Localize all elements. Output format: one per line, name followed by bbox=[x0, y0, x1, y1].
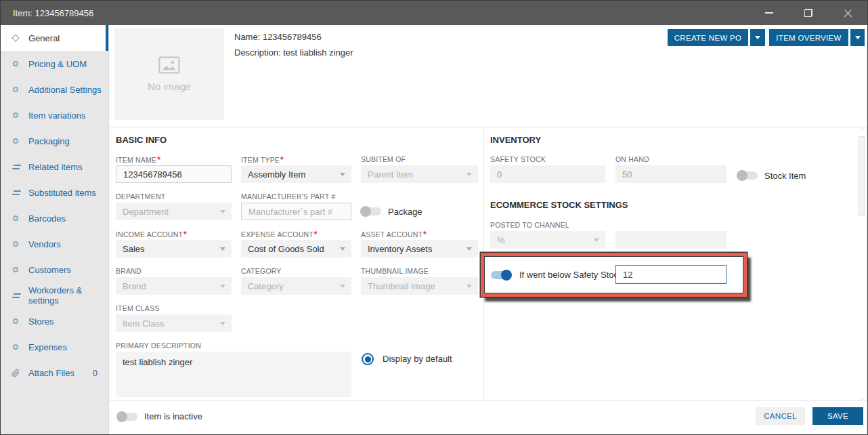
posted-to-channel-dropdown: % bbox=[490, 231, 605, 249]
sidebar-item-packaging[interactable]: Packaging bbox=[1, 128, 108, 154]
create-new-po-dropdown-button[interactable] bbox=[750, 29, 765, 46]
sidebar-item-barcodes[interactable]: Barcodes bbox=[1, 205, 108, 231]
attach-files-count: 0 bbox=[93, 368, 97, 378]
display-by-default-label: Display by default bbox=[383, 354, 452, 364]
primary-description-textarea[interactable]: test liablish zinger bbox=[116, 352, 351, 397]
circle-icon bbox=[11, 318, 20, 324]
chevron-down-icon bbox=[466, 285, 472, 288]
package-toggle[interactable] bbox=[361, 207, 381, 215]
save-button[interactable]: SAVE bbox=[812, 407, 863, 425]
display-by-default-radio[interactable] bbox=[362, 353, 374, 365]
item-description-line: Description: test liablish zinger bbox=[234, 47, 353, 58]
sidebar-item-expenses[interactable]: Expenses bbox=[1, 334, 108, 360]
expense-account-label: EXPENSE ACCOUNT* bbox=[241, 230, 318, 239]
safety-stock-label: SAFETY STOCK bbox=[490, 155, 546, 163]
inventory-title: INVENTORY bbox=[490, 135, 541, 145]
item-inactive-toggle[interactable] bbox=[117, 413, 137, 421]
expense-account-dropdown[interactable]: Cost of Goods Sold bbox=[241, 240, 351, 257]
income-account-dropdown[interactable]: Sales bbox=[116, 240, 232, 257]
brand-label: BRAND bbox=[116, 267, 142, 275]
sidebar-item-related-items[interactable]: Related items bbox=[1, 154, 108, 180]
sidebar-item-vendors[interactable]: Vendors bbox=[1, 231, 108, 257]
stock-item-toggle[interactable] bbox=[737, 171, 758, 180]
thumbnail-image-dropdown: Thumbnail image bbox=[361, 277, 478, 295]
item-overview-button[interactable]: ITEM OVERVIEW bbox=[769, 29, 848, 46]
circle-icon bbox=[11, 241, 20, 247]
sidebar-item-label: Barcodes bbox=[28, 213, 66, 224]
safety-stock-input bbox=[490, 165, 605, 183]
item-overview-dropdown-button[interactable] bbox=[850, 29, 865, 46]
restore-button[interactable] bbox=[789, 1, 828, 25]
footer-bar: Item is inactive CANCEL SAVE bbox=[109, 400, 867, 434]
category-label: CATEGORY bbox=[241, 267, 282, 275]
required-marker: * bbox=[280, 155, 284, 165]
sidebar-item-label: Workorders & settings bbox=[28, 285, 108, 306]
sidebar-item-label: Item variations bbox=[28, 110, 86, 121]
sidebar-item-attach-files[interactable]: Attach Files 0 bbox=[1, 360, 108, 386]
scroll-up-icon[interactable]: ⌃ bbox=[859, 128, 865, 133]
chevron-down-icon bbox=[220, 247, 225, 251]
diamond-icon bbox=[11, 35, 20, 41]
department-dropdown: Department bbox=[116, 203, 232, 220]
toggle-knob bbox=[737, 170, 747, 181]
manufacturers-part-input[interactable] bbox=[241, 203, 351, 220]
app-window: Item: 123456789456 General Pricing & UOM… bbox=[0, 0, 868, 435]
item-name-input[interactable] bbox=[116, 165, 232, 183]
chevron-down-icon bbox=[755, 36, 760, 39]
equals-icon bbox=[11, 293, 20, 298]
sidebar-item-workorders-settings[interactable]: Workorders & settings bbox=[1, 283, 108, 308]
sidebar-item-stores[interactable]: Stores bbox=[1, 308, 108, 334]
circle-icon bbox=[11, 344, 20, 350]
manufacturers-part-label: MANUFACTURER'S PART # bbox=[241, 192, 335, 201]
circle-icon bbox=[11, 61, 20, 66]
item-type-dropdown[interactable]: Assembly Item bbox=[241, 165, 351, 183]
item-class-label: ITEM CLASS bbox=[116, 304, 159, 312]
paperclip-icon bbox=[11, 368, 20, 378]
circle-icon bbox=[11, 138, 20, 144]
sidebar-item-label: Substituted items bbox=[28, 188, 96, 198]
header-divider bbox=[109, 127, 867, 127]
item-inactive-label: Item is inactive bbox=[144, 411, 202, 421]
chevron-down-icon bbox=[220, 322, 225, 325]
thumbnail-image-label: THUMBNAIL IMAGE bbox=[361, 267, 429, 275]
below-safety-stock-toggle[interactable] bbox=[491, 271, 511, 279]
sidebar-item-general[interactable]: General bbox=[1, 25, 108, 51]
below-safety-stock-input[interactable] bbox=[615, 265, 726, 284]
chevron-down-icon bbox=[466, 247, 472, 251]
circle-icon bbox=[11, 87, 20, 92]
subitem-of-dropdown: Parent Item bbox=[361, 165, 478, 183]
item-class-dropdown: Item Class bbox=[116, 314, 232, 332]
main-panel: No image Name: 123456789456 Description:… bbox=[109, 25, 867, 434]
scrollbar-thumb[interactable] bbox=[859, 136, 865, 216]
chevron-down-icon bbox=[340, 247, 345, 251]
close-button[interactable] bbox=[828, 1, 867, 25]
sidebar-item-additional-settings[interactable]: Additional Settings bbox=[1, 77, 108, 102]
sidebar-item-label: Additional Settings bbox=[28, 85, 102, 95]
titlebar: Item: 123456789456 bbox=[1, 1, 867, 25]
right-scrollbar[interactable]: ⌃ ⌄ bbox=[858, 128, 866, 400]
scroll-down-icon[interactable]: ⌄ bbox=[859, 395, 865, 400]
sidebar-item-item-variations[interactable]: Item variations bbox=[1, 102, 108, 128]
highlight-annotation-box: If went below Safety Stock bbox=[481, 253, 747, 297]
income-account-label: INCOME ACCOUNT* bbox=[116, 230, 187, 239]
item-type-label: ITEM TYPE* bbox=[241, 155, 284, 165]
cancel-button[interactable]: CANCEL bbox=[756, 407, 805, 425]
asset-account-dropdown[interactable]: Inventory Assets bbox=[361, 240, 478, 257]
sidebar-item-substituted-items[interactable]: Substituted items bbox=[1, 180, 108, 205]
minimize-button[interactable] bbox=[750, 1, 789, 25]
sidebar-item-pricing-uom[interactable]: Pricing & UOM bbox=[1, 51, 108, 77]
item-image-placeholder[interactable]: No image bbox=[114, 28, 224, 120]
toggle-knob bbox=[501, 270, 512, 281]
circle-icon bbox=[11, 267, 20, 272]
window-title: Item: 123456789456 bbox=[13, 8, 93, 18]
category-dropdown: Category bbox=[241, 277, 351, 295]
chevron-down-icon bbox=[594, 239, 599, 242]
sidebar-item-customers[interactable]: Customers bbox=[1, 257, 108, 283]
brand-dropdown: Brand bbox=[116, 277, 232, 295]
sidebar-item-label: Stores bbox=[28, 316, 54, 327]
create-new-po-button[interactable]: CREATE NEW PO bbox=[668, 29, 748, 46]
below-safety-stock-label: If went below Safety Stock bbox=[519, 270, 622, 280]
no-image-label: No image bbox=[148, 81, 191, 92]
required-marker: * bbox=[314, 230, 318, 239]
required-marker: * bbox=[157, 155, 160, 165]
